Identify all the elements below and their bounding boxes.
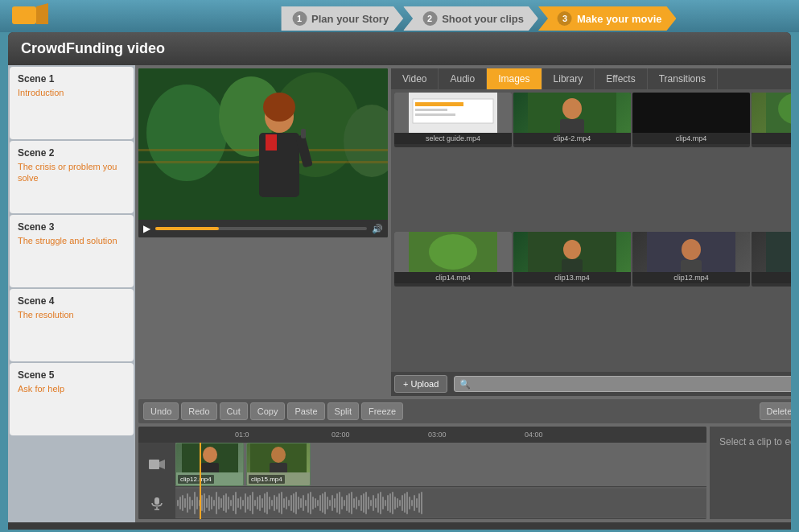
split-button[interactable]: Split bbox=[327, 402, 359, 420]
undo-button[interactable]: Undo bbox=[143, 402, 179, 420]
svg-rect-53 bbox=[184, 498, 186, 508]
svg-rect-114 bbox=[332, 495, 333, 511]
sidebar-item-scene2[interactable]: Scene 2 The crisis or problem you solve bbox=[10, 141, 134, 213]
marker-03: 03:00 bbox=[428, 431, 447, 439]
svg-rect-111 bbox=[324, 492, 326, 514]
clip-1[interactable]: clip15.mp4 bbox=[246, 443, 311, 486]
copy-button[interactable]: Copy bbox=[250, 402, 286, 420]
media-label-1: clip4-2.mp4 bbox=[513, 133, 631, 144]
media-item-1[interactable]: clip4-2.mp4 bbox=[513, 93, 631, 147]
svg-rect-99 bbox=[295, 492, 297, 514]
svg-rect-57 bbox=[194, 492, 196, 514]
sidebar-item-scene1[interactable]: Scene 1 Introduction bbox=[10, 67, 134, 139]
properties-panel: Select a clip to edit properties bbox=[710, 427, 791, 519]
svg-rect-31 bbox=[562, 259, 583, 272]
waveform bbox=[175, 489, 706, 518]
svg-rect-104 bbox=[307, 493, 309, 513]
media-panel: Video Audio Images Library Effects Trans… bbox=[391, 68, 791, 396]
sidebar-item-scene3[interactable]: Scene 3 The struggle and solution bbox=[10, 215, 134, 287]
svg-rect-80 bbox=[249, 495, 251, 511]
sidebar-item-scene4[interactable]: Scene 4 The resolution bbox=[10, 289, 134, 361]
svg-rect-78 bbox=[245, 493, 246, 513]
media-label-6: clip12.mp4 bbox=[632, 272, 750, 283]
svg-rect-93 bbox=[281, 492, 282, 514]
step-shoot-clips[interactable]: 2 Shoot your clips bbox=[403, 6, 538, 31]
svg-rect-132 bbox=[375, 498, 377, 508]
svg-rect-52 bbox=[182, 495, 183, 511]
svg-rect-88 bbox=[269, 497, 270, 509]
svg-rect-65 bbox=[213, 500, 215, 506]
svg-rect-90 bbox=[274, 495, 275, 511]
svg-rect-133 bbox=[377, 493, 379, 513]
upload-button[interactable]: + Upload bbox=[394, 375, 447, 393]
progress-bar[interactable] bbox=[155, 227, 367, 230]
svg-rect-71 bbox=[228, 497, 229, 509]
media-item-5[interactable]: clip13.mp4 bbox=[513, 232, 631, 287]
svg-rect-124 bbox=[356, 497, 357, 509]
video-preview: ▶ 🔊 bbox=[138, 68, 388, 237]
tab-video[interactable]: Video bbox=[391, 68, 439, 89]
media-item-0[interactable]: select guide.mp4 bbox=[394, 93, 512, 147]
video-track-content[interactable]: clip12.mp4 bbox=[175, 443, 706, 486]
freeze-button[interactable]: Freeze bbox=[361, 402, 403, 420]
redo-button[interactable]: Redo bbox=[181, 402, 216, 420]
svg-rect-109 bbox=[319, 495, 321, 511]
svg-rect-59 bbox=[199, 500, 200, 506]
svg-rect-128 bbox=[365, 492, 367, 514]
audio-track-icon bbox=[138, 487, 175, 519]
svg-rect-38 bbox=[149, 460, 159, 469]
tab-effects[interactable]: Effects bbox=[595, 68, 647, 89]
svg-rect-95 bbox=[286, 497, 287, 509]
tab-audio[interactable]: Audio bbox=[439, 68, 487, 89]
delete-button[interactable]: Delete bbox=[760, 402, 792, 420]
video-track-icon bbox=[138, 443, 175, 487]
svg-rect-149 bbox=[416, 498, 418, 508]
svg-rect-121 bbox=[348, 493, 350, 513]
tab-transitions[interactable]: Transitions bbox=[648, 68, 718, 89]
svg-rect-118 bbox=[341, 497, 343, 509]
scene1-label: Scene 1 bbox=[18, 73, 126, 85]
step-make-movie[interactable]: 3 Make your movie bbox=[538, 6, 677, 31]
media-grid: select guide.mp4 cl bbox=[391, 89, 791, 372]
search-input[interactable] bbox=[454, 376, 791, 392]
sidebar-item-scene5[interactable]: Scene 5 Ask for help bbox=[10, 363, 134, 435]
media-item-4[interactable]: clip14.mp4 bbox=[394, 232, 512, 287]
svg-rect-108 bbox=[317, 500, 319, 506]
volume-icon[interactable]: 🔊 bbox=[372, 224, 383, 234]
tab-images[interactable]: Images bbox=[487, 68, 542, 89]
svg-rect-119 bbox=[344, 500, 345, 506]
svg-rect-151 bbox=[421, 492, 422, 514]
svg-rect-46 bbox=[154, 497, 159, 505]
svg-rect-143 bbox=[402, 495, 403, 511]
cut-button[interactable]: Cut bbox=[220, 402, 248, 420]
svg-rect-130 bbox=[370, 500, 372, 506]
scene3-label: Scene 3 bbox=[18, 221, 126, 233]
tab-library[interactable]: Library bbox=[542, 68, 595, 89]
media-item-2[interactable]: clip4.mp4 bbox=[632, 93, 750, 147]
paste-button[interactable]: Paste bbox=[287, 402, 324, 420]
svg-rect-125 bbox=[358, 500, 360, 506]
step-plan-story[interactable]: 1 Plan your Story bbox=[281, 6, 403, 31]
media-label-2: clip4.mp4 bbox=[632, 133, 750, 144]
svg-rect-94 bbox=[283, 498, 285, 508]
media-thumb-0 bbox=[394, 93, 512, 133]
clip-0[interactable]: clip12.mp4 bbox=[175, 443, 244, 486]
svg-rect-138 bbox=[389, 493, 391, 513]
svg-rect-63 bbox=[208, 495, 210, 511]
svg-rect-110 bbox=[322, 493, 323, 513]
scene4-label: Scene 4 bbox=[18, 295, 126, 307]
media-item-6[interactable]: clip12.mp4 bbox=[632, 232, 750, 287]
svg-rect-82 bbox=[254, 500, 256, 506]
svg-rect-62 bbox=[206, 498, 208, 508]
svg-rect-69 bbox=[223, 495, 224, 511]
svg-rect-79 bbox=[247, 497, 249, 509]
play-button[interactable]: ▶ bbox=[143, 223, 150, 234]
toolbar: Undo Redo Cut Copy Paste Split Freeze De… bbox=[138, 399, 791, 423]
svg-point-3 bbox=[146, 85, 227, 181]
media-item-7[interactable]: clip11.mp4 bbox=[752, 232, 791, 287]
media-item-3[interactable]: clip15.mp4 bbox=[752, 93, 791, 147]
svg-rect-103 bbox=[305, 500, 307, 506]
svg-rect-14 bbox=[301, 129, 306, 138]
svg-rect-81 bbox=[252, 492, 253, 514]
svg-rect-96 bbox=[288, 500, 290, 506]
